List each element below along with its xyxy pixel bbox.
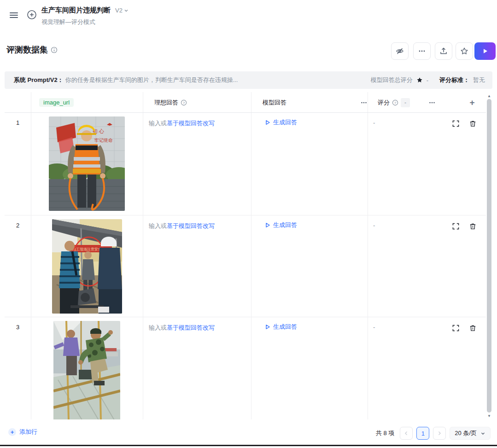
upload-button[interactable]	[435, 42, 452, 60]
column-header-ideal-answer[interactable]: 理想回答	[154, 99, 178, 107]
ideal-answer-cell[interactable]: 输入或基于模型回答改写	[143, 119, 251, 128]
row-number: 2	[5, 222, 31, 229]
page-size-select[interactable]: 20 条/页	[450, 427, 491, 440]
info-icon[interactable]	[51, 47, 58, 53]
model-column-more-icon[interactable]	[360, 99, 368, 106]
score-cell: -	[368, 324, 441, 331]
app-window: 生产车间图片违规判断 V2 视觉理解—评分模式 评测数据集 系统 Prompt/…	[0, 0, 497, 448]
row-image-cell[interactable]	[31, 321, 143, 419]
circle-plus-icon[interactable]	[26, 9, 38, 21]
row-image-cell[interactable]: 初 心 牢记使命	[31, 116, 143, 211]
score-filter-badge[interactable]: -	[401, 98, 410, 107]
score-cell: -	[368, 222, 441, 229]
column-header-model-answer[interactable]: 模型回答	[263, 99, 287, 107]
next-page-button[interactable]	[433, 427, 446, 440]
criteria-value: 暂无	[473, 76, 485, 84]
svg-text:牢记使命: 牢记使命	[94, 138, 113, 143]
ideal-answer-placeholder: 输入或	[149, 324, 167, 331]
upload-icon	[439, 47, 448, 55]
workshop-scene-image[interactable]: 施工现场注意安全	[52, 219, 122, 314]
chevron-down-icon	[480, 431, 485, 436]
prev-page-button[interactable]	[400, 427, 413, 440]
system-prompt-label: 系统 Prompt/V2：	[14, 76, 64, 84]
more-icon	[418, 47, 426, 55]
ideal-answer-placeholder: 输入或	[149, 120, 167, 127]
table-row: 3	[5, 317, 486, 419]
menu-icon[interactable]	[7, 9, 20, 21]
current-page-button[interactable]: 1	[416, 427, 429, 440]
chevron-down-icon	[124, 8, 129, 13]
play-outline-icon	[265, 222, 270, 228]
app-subtitle: 视觉理解—评分模式	[41, 18, 129, 26]
ideal-answer-placeholder: 输入或	[149, 222, 167, 229]
rewrite-from-model-link[interactable]: 基于模型回答改写	[167, 324, 215, 331]
column-header-image-url[interactable]: image_url	[39, 98, 74, 107]
dataset-table: image_url 理想回答 ? 模型回答 评分 ? -	[5, 92, 492, 419]
system-prompt-bar[interactable]: 系统 Prompt/V2： 你的任务是根据生产车间的图片，判断生产车间是否存在违…	[5, 71, 492, 89]
model-answer-cell: 生成回答	[251, 323, 368, 331]
window-bottom-edge	[0, 445, 497, 446]
generate-answer-button[interactable]: 生成回答	[265, 221, 297, 229]
row-image-cell[interactable]: 施工现场注意安全	[31, 219, 143, 314]
total-count: 共 8 项	[376, 429, 394, 437]
score-column-more-icon[interactable]	[428, 99, 436, 106]
add-column-button[interactable]: +	[469, 98, 474, 108]
pagination: 共 8 项 1 20 条/页	[376, 427, 491, 440]
model-answer-cell: 生成回答	[251, 118, 368, 127]
table-row: 1 初 心 牢记使命	[5, 113, 486, 215]
expand-row-button[interactable]	[452, 223, 459, 230]
star-icon	[460, 47, 468, 55]
scroll-up-icon[interactable]: ▲	[486, 93, 492, 99]
row-number: 1	[5, 119, 31, 126]
generate-answer-label: 生成回答	[273, 118, 297, 127]
chevron-right-icon	[437, 431, 442, 436]
rewrite-from-model-link[interactable]: 基于模型回答改写	[167, 222, 215, 229]
generate-answer-button[interactable]: 生成回答	[265, 323, 297, 331]
more-button[interactable]	[413, 42, 431, 60]
expand-row-button[interactable]	[452, 325, 459, 332]
delete-row-button[interactable]	[469, 223, 476, 230]
help-icon[interactable]: ?	[181, 99, 187, 106]
expand-row-button[interactable]	[452, 120, 459, 127]
eye-off-button[interactable]	[391, 42, 409, 60]
table-row: 2 施工现场注意安全	[5, 215, 486, 317]
generate-answer-label: 生成回答	[273, 323, 297, 331]
app-title-block: 生产车间图片违规判断 V2 视觉理解—评分模式	[41, 6, 129, 26]
favorite-button[interactable]	[456, 42, 473, 60]
version-select[interactable]: V2	[115, 7, 129, 14]
svg-text:施工现场注意安全: 施工现场注意安全	[72, 247, 102, 251]
worker-portrait-image[interactable]: 初 心 牢记使命	[49, 116, 125, 211]
eye-off-icon	[396, 47, 404, 55]
scrollbar-thumb[interactable]	[487, 99, 491, 413]
app-title: 生产车间图片违规判断	[41, 6, 111, 15]
star-filled-icon[interactable]	[416, 77, 423, 83]
row-number: 3	[5, 324, 31, 331]
total-score-label: 模型回答总评分	[371, 76, 413, 84]
add-row-button[interactable]: + 添加行	[8, 428, 37, 436]
help-icon[interactable]: ?	[392, 99, 398, 106]
ideal-answer-cell[interactable]: 输入或基于模型回答改写	[143, 222, 251, 230]
total-score-value: -	[427, 77, 428, 84]
page-size-label: 20 条/页	[455, 429, 477, 437]
add-row-label: 添加行	[19, 428, 37, 436]
plus-icon: +	[8, 428, 16, 436]
scaffold-scene-image[interactable]	[53, 321, 120, 419]
ideal-answer-cell[interactable]: 输入或基于模型回答改写	[143, 324, 251, 332]
column-header-score[interactable]: 评分	[378, 99, 390, 107]
table-header-row: image_url 理想回答 ? 模型回答 评分 ? -	[5, 92, 486, 113]
page-title: 评测数据集	[6, 44, 48, 55]
chevron-left-icon	[404, 431, 409, 436]
model-answer-cell: 生成回答	[251, 221, 368, 229]
run-button[interactable]	[474, 42, 496, 60]
vertical-scrollbar[interactable]: ▲ ▼	[486, 92, 492, 419]
delete-row-button[interactable]	[469, 120, 476, 127]
delete-row-button[interactable]	[469, 325, 476, 332]
scroll-down-icon[interactable]: ▼	[486, 413, 492, 419]
play-icon	[481, 47, 489, 55]
score-cell: -	[368, 119, 441, 126]
svg-text:?: ?	[394, 100, 397, 105]
generate-answer-button[interactable]: 生成回答	[265, 118, 297, 127]
svg-text:?: ?	[183, 100, 185, 105]
play-outline-icon	[265, 120, 270, 125]
rewrite-from-model-link[interactable]: 基于模型回答改写	[167, 120, 215, 127]
